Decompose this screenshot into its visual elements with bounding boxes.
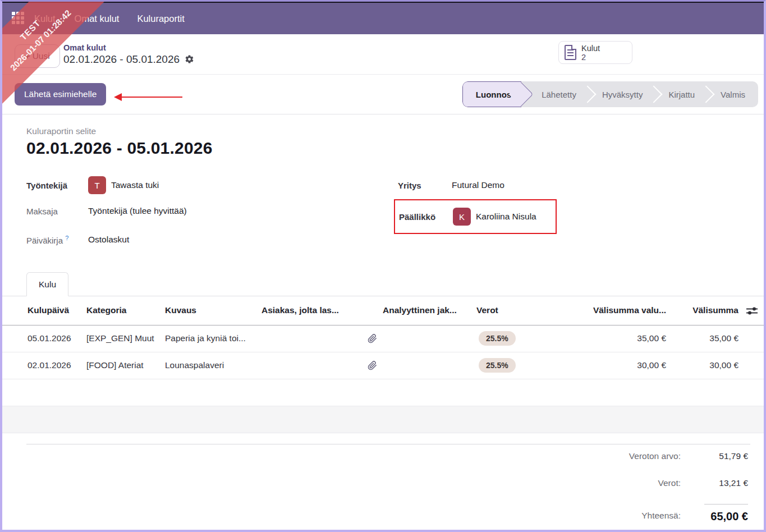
col-header-subtotal[interactable]: Välisumma	[666, 296, 740, 325]
col-header-category[interactable]: Kategoria	[86, 296, 165, 325]
tab-kulu[interactable]: Kulu	[26, 272, 68, 296]
manager-highlight-box: Päällikkö K Karoliina Nisula	[394, 199, 557, 234]
cell-subtotal: 35,00 €	[666, 325, 740, 352]
cell-subtotal: 30,00 €	[666, 352, 740, 379]
cell-category: [FOOD] Ateriat	[86, 352, 165, 379]
journal-field[interactable]: Ostolaskut	[88, 235, 129, 245]
untaxed-label: Veroton arvo:	[629, 451, 681, 461]
status-step-valmis[interactable]: Valmis	[708, 81, 758, 107]
company-field[interactable]: Futural Demo	[452, 180, 504, 190]
expense-row-1[interactable]: 05.01.2026 [EXP_GEN] Muut Paperia ja kyn…	[2, 325, 764, 352]
status-step-hyvaksytty[interactable]: Hyväksytty	[589, 81, 656, 107]
paid-by-field[interactable]: Työntekijä (tulee hyvittää)	[88, 206, 187, 216]
new-button[interactable]: +Uusi	[15, 44, 60, 68]
nav-item-kuluraportit[interactable]: Kuluraportit	[137, 13, 184, 24]
col-header-customer[interactable]: Asiakas, jolta las...	[262, 296, 361, 325]
plus-icon: +	[25, 51, 30, 61]
col-header-attachment	[361, 296, 383, 325]
cell-taxes: 25.5%	[476, 352, 569, 379]
col-header-analytic[interactable]: Analyyttinen jak...	[383, 296, 476, 325]
expense-lines-table: Kulupäivä Kategoria Kuvaus Asiakas, jolt…	[2, 296, 764, 433]
taxes-label: Verot:	[658, 478, 681, 488]
untaxed-value: 51,79 €	[681, 451, 748, 461]
empty-row	[2, 379, 764, 406]
nav-app-name[interactable]: Kulut	[34, 13, 56, 24]
totals-block: Veroton arvo: 51,79 € Verot: 13,21 € Yht…	[2, 444, 764, 523]
control-panel: +Uusi Omat kulut 02.01.2026 - 05.01.2026…	[2, 34, 764, 75]
cell-analytic	[383, 352, 476, 379]
breadcrumb-current: 02.01.2026 - 05.01.2026	[63, 53, 194, 66]
breadcrumb: Omat kulut 02.01.2026 - 05.01.2026	[63, 43, 194, 66]
cell-description: Paperia ja kyniä toi...	[165, 325, 262, 352]
cell-description: Lounaspalaveri	[165, 352, 262, 379]
company-label: Yritys	[398, 181, 452, 190]
report-title[interactable]: 02.01.2026 - 05.01.2026	[26, 139, 739, 158]
manager-field[interactable]: K Karoliina Nisula	[453, 208, 536, 226]
col-header-description[interactable]: Kuvaus	[165, 296, 262, 325]
status-step-kirjattu[interactable]: Kirjattu	[655, 81, 708, 107]
apps-menu-icon[interactable]	[12, 12, 25, 25]
gear-icon[interactable]	[185, 54, 194, 64]
col-header-taxes[interactable]: Verot	[476, 296, 569, 325]
tax-badge[interactable]: 25.5%	[479, 331, 516, 346]
empty-row-stripe	[2, 406, 764, 433]
stat-button-label: Kulut	[581, 44, 600, 53]
cell-customer	[262, 352, 361, 379]
cell-category: [EXP_GEN] Muut	[86, 325, 165, 352]
manager-avatar: K	[453, 208, 471, 226]
paperclip-icon[interactable]	[361, 352, 383, 379]
status-step-luonnos[interactable]: Luonnos	[462, 81, 521, 107]
cell-analytic	[383, 325, 476, 352]
description-label: Kuluraportin selite	[26, 126, 739, 136]
col-header-date[interactable]: Kulupäivä	[2, 296, 86, 325]
breadcrumb-parent[interactable]: Omat kulut	[63, 43, 194, 53]
optional-columns-icon[interactable]	[746, 305, 758, 315]
expenses-stat-button[interactable]: Kulut 2	[558, 41, 632, 64]
total-value: 65,00 €	[704, 504, 748, 523]
paperclip-icon[interactable]	[361, 325, 383, 352]
help-icon: ?	[65, 235, 68, 241]
statusbar: Luonnos Lähetetty Hyväksytty Kirjattu Va…	[462, 81, 758, 107]
cell-date: 02.01.2026	[2, 352, 86, 379]
taxes-value: 13,21 €	[681, 478, 748, 488]
tax-badge[interactable]: 25.5%	[479, 358, 516, 373]
expense-row-2[interactable]: 02.01.2026 [FOOD] Ateriat Lounaspalaveri…	[2, 352, 764, 379]
manager-label: Päällikkö	[399, 212, 453, 222]
status-row: Lähetä esimiehelle Luonnos Lähetetty Hyv…	[2, 75, 764, 114]
notebook-tabs: Kulu	[2, 272, 764, 296]
journal-label: Päiväkirja ?	[26, 235, 88, 245]
cell-customer	[262, 325, 361, 352]
form-sheet: Kuluraportin selite 02.01.2026 - 05.01.2…	[2, 114, 764, 523]
annotation-arrow	[114, 93, 182, 101]
cell-subtotal-currency: 30,00 €	[569, 352, 666, 379]
cell-date: 05.01.2026	[2, 325, 86, 352]
col-header-options	[740, 296, 764, 325]
stat-button-count: 2	[581, 53, 600, 62]
top-navbar: Kulut Omat kulut Kuluraportit	[2, 2, 764, 34]
total-label: Yhteensä:	[641, 511, 681, 521]
page: Kulut Omat kulut Kuluraportit +Uusi Omat…	[0, 0, 766, 532]
employee-label: Työntekijä	[26, 181, 88, 190]
cell-subtotal-currency: 35,00 €	[569, 325, 666, 352]
col-header-subtotal-currency[interactable]: Välisumma valu...	[569, 296, 666, 325]
paid-by-label: Maksaja	[26, 207, 88, 216]
nav-item-omat-kulut[interactable]: Omat kulut	[75, 13, 120, 24]
cell-taxes: 25.5%	[476, 325, 569, 352]
send-to-manager-button[interactable]: Lähetä esimiehelle	[15, 83, 106, 106]
document-icon	[565, 45, 576, 60]
employee-avatar: T	[88, 176, 106, 194]
employee-field[interactable]: T Tawasta tuki	[88, 176, 159, 194]
